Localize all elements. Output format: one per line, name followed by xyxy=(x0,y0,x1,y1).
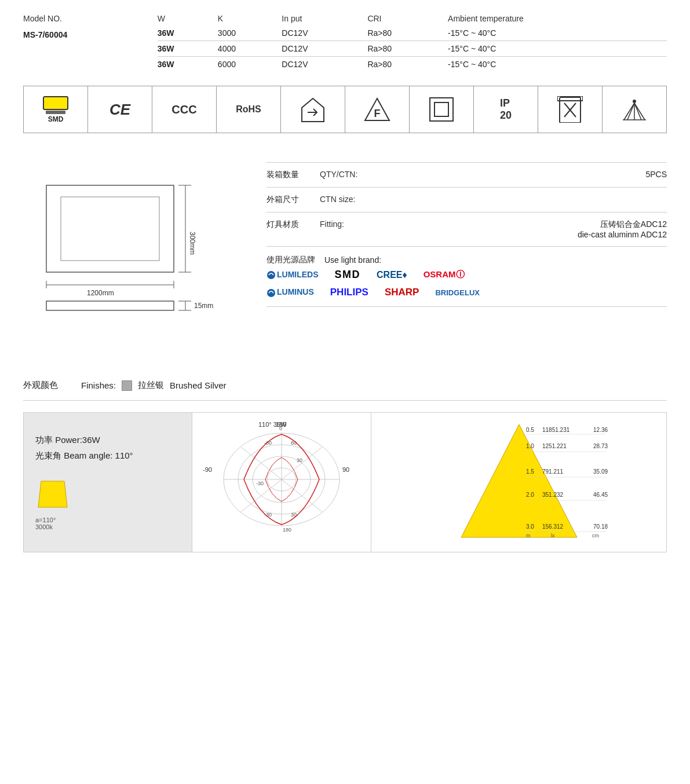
cert-ce: CE xyxy=(88,86,152,133)
ctn-row: 外箱尺寸 CTN size: xyxy=(266,188,667,213)
svg-text:180: 180 xyxy=(283,527,291,533)
k-cell-2: 4000 xyxy=(218,41,282,57)
svg-line-18 xyxy=(634,103,641,120)
table-row: MS-7/60004 36W 3000 DC12V Ra>80 -15°C ~ … xyxy=(23,25,667,41)
cert-f-triangle: F xyxy=(345,86,410,133)
light-brand-cn: 使用光源品牌 xyxy=(266,255,315,265)
svg-text:351.232: 351.232 xyxy=(542,492,564,498)
svg-text:791.211: 791.211 xyxy=(542,468,564,475)
model-cell: MS-7/60004 xyxy=(23,25,158,72)
w-cell-1: 36W xyxy=(158,25,218,41)
svg-point-38 xyxy=(267,289,275,297)
svg-text:70.18: 70.18 xyxy=(593,523,608,530)
input-cell-3: DC12V xyxy=(282,57,367,72)
svg-text:0.5: 0.5 xyxy=(526,427,534,433)
svg-rect-6 xyxy=(430,98,453,121)
finishes-label-en: Finishes: xyxy=(81,380,116,390)
brand-cree: CREE♦ xyxy=(377,270,407,280)
cri-cell-2: Ra>80 xyxy=(367,41,448,57)
col-model: Model NO. xyxy=(23,12,158,25)
svg-text:lx: lx xyxy=(551,533,555,538)
photometric-area: 0.5 1.0 1.5 2.0 3.0 11851.231 1251.221 7… xyxy=(371,413,666,552)
brand-logos: 使用光源品牌 Use light brand: LUMILEDS SMD CRE… xyxy=(266,247,667,307)
temp-cell-3: -15°C ~ 40°C xyxy=(448,57,667,72)
svg-text:15mm: 15mm xyxy=(194,302,213,310)
svg-text:cm: cm xyxy=(592,533,599,538)
fitting-en: Fitting: xyxy=(320,219,389,229)
w-cell-3: 36W xyxy=(158,57,218,72)
svg-text:28.73: 28.73 xyxy=(593,443,608,449)
col-w: W xyxy=(158,12,218,25)
svg-text:300mm: 300mm xyxy=(188,232,196,255)
svg-text:46.45: 46.45 xyxy=(593,492,608,498)
power-info: 功率 Power:36W 光束角 Beam angle: 110° a=110°… xyxy=(24,413,192,552)
polar-chart: 110° 36W 180 90 -90 0 180 -60 60 - xyxy=(192,413,371,552)
finishes-color-cn: 拉丝银 xyxy=(138,380,164,391)
qty-row: 装箱数量 QTY/CTN: 5PCS xyxy=(266,162,667,188)
col-temp: Ambient temperature xyxy=(448,12,667,25)
finishes-label-cn: 外观颜色 xyxy=(23,380,58,391)
svg-marker-2 xyxy=(302,98,324,122)
col-cri: CRI xyxy=(367,12,448,25)
cert-rohs: RoHS xyxy=(217,86,281,133)
specs-table: Model NO. W K In put CRI Ambient tempera… xyxy=(23,12,667,72)
fitting-value: 压铸铝合金ADC12 die-cast aluminm ADC12 xyxy=(396,219,667,239)
cert-weee xyxy=(538,86,603,133)
svg-line-19 xyxy=(624,103,634,120)
qty-en: QTY/CTN: xyxy=(320,170,389,179)
right-specs: 装箱数量 QTY/CTN: 5PCS 外箱尺寸 CTN size: 灯具材质 F… xyxy=(266,156,667,353)
finishes-section: 外观颜色 Finishes: 拉丝银 Brushed Silver xyxy=(23,371,667,401)
svg-rect-32 xyxy=(46,301,174,310)
brand-row-1: LUMILEDS SMD CREE♦ OSRAMⒾ xyxy=(266,269,667,281)
cri-cell-3: Ra>80 xyxy=(367,57,448,72)
color-swatch xyxy=(122,380,132,391)
svg-rect-7 xyxy=(435,102,448,116)
col-k: K xyxy=(218,12,282,25)
svg-line-17 xyxy=(627,103,634,120)
svg-marker-39 xyxy=(38,481,67,507)
svg-text:1.0: 1.0 xyxy=(526,443,534,449)
svg-point-15 xyxy=(633,100,636,103)
svg-rect-0 xyxy=(43,97,68,109)
svg-marker-60 xyxy=(461,424,577,537)
brand-bridgelux: BRIDGELUX xyxy=(435,288,480,297)
fitting-cn: 灯具材质 xyxy=(266,219,313,230)
brand-luminus: LUMINUS xyxy=(266,287,314,297)
svg-rect-1 xyxy=(46,111,65,114)
k-cell-1: 3000 xyxy=(218,25,282,41)
temp-cell-1: -15°C ~ 40°C xyxy=(448,25,667,41)
brand-osram: OSRAMⒾ xyxy=(424,269,465,280)
svg-text:-30: -30 xyxy=(256,481,264,486)
svg-text:0: 0 xyxy=(279,426,282,431)
svg-text:11851.231: 11851.231 xyxy=(542,427,570,433)
svg-text:35.09: 35.09 xyxy=(593,468,608,475)
svg-text:F: F xyxy=(374,108,381,119)
svg-text:12.36: 12.36 xyxy=(593,427,608,433)
svg-text:3.0: 3.0 xyxy=(526,523,534,530)
middle-section: 300mm 1200mm 15mm 装箱数量 QTY/CTN: 5PCS 外箱尺… xyxy=(23,156,667,353)
svg-text:90: 90 xyxy=(342,466,349,473)
cert-ccc: CCC xyxy=(152,86,217,133)
qty-cn: 装箱数量 xyxy=(266,170,313,180)
cert-ip20: IP20 xyxy=(474,86,538,133)
cert-square xyxy=(410,86,474,133)
brand-citizen: SMD xyxy=(335,269,361,281)
cert-house xyxy=(281,86,345,133)
svg-text:-60: -60 xyxy=(264,440,272,446)
qty-value: 5PCS xyxy=(396,170,667,179)
beam-label: 光束角 Beam angle: 110° xyxy=(35,450,180,461)
cert-light-dist xyxy=(603,86,666,133)
cri-cell-1: Ra>80 xyxy=(367,25,448,41)
ctn-en: CTN size: xyxy=(320,195,389,204)
col-input: In put xyxy=(282,12,367,25)
power-label: 功率 Power:36W xyxy=(35,435,180,446)
ctn-cn: 外箱尺寸 xyxy=(266,195,313,205)
svg-rect-23 xyxy=(61,197,159,261)
svg-text:2.0: 2.0 xyxy=(526,492,534,498)
svg-text:156.312: 156.312 xyxy=(542,523,564,530)
bottom-section: 功率 Power:36W 光束角 Beam angle: 110° a=110°… xyxy=(23,412,667,552)
svg-line-20 xyxy=(634,103,645,120)
fitting-row: 灯具材质 Fitting: 压铸铝合金ADC12 die-cast alumin… xyxy=(266,213,667,247)
product-diagram: 300mm 1200mm 15mm xyxy=(23,156,243,353)
brand-sharp: SHARP xyxy=(385,287,419,298)
